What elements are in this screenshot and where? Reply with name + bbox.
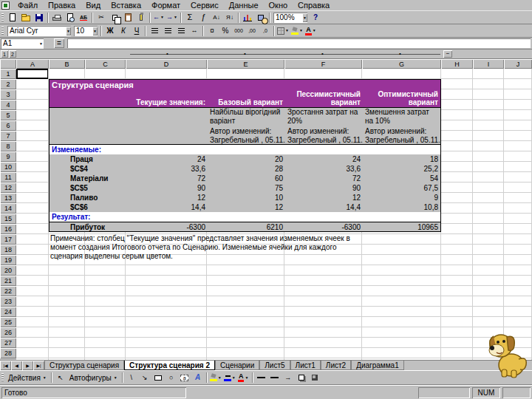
menu-item-Данные[interactable]: Данные [224, 1, 264, 10]
column-header-A[interactable]: A [16, 59, 49, 69]
sort-ascending-button[interactable]: А↓ [210, 12, 223, 24]
row-header-11[interactable]: 11 [0, 172, 16, 183]
menu-item-Вставка[interactable]: Вставка [106, 1, 146, 10]
row-header-19[interactable]: 19 [0, 255, 16, 265]
currency-button[interactable]: ¤ [205, 25, 219, 37]
menu-item-Окно[interactable]: Окно [264, 1, 293, 10]
column-header-F[interactable]: F [284, 59, 362, 69]
row-header-20[interactable]: 20 [0, 265, 16, 276]
tab-scroll-prev-button[interactable]: ◀ [11, 361, 22, 370]
print-button[interactable] [50, 12, 64, 24]
cells-area[interactable]: Структура сценария Текущие значения: Баз… [16, 69, 532, 360]
underline-button[interactable]: Ч [130, 25, 143, 37]
tab-scroll-last-button[interactable]: ▶| [33, 361, 44, 370]
percent-button[interactable]: % [219, 25, 232, 37]
redo-dropdown-icon[interactable]: ▼ [173, 16, 178, 19]
open-button[interactable] [19, 12, 33, 24]
row-header-8[interactable]: 8 [0, 141, 16, 151]
column-header-C[interactable]: C [85, 59, 126, 69]
toolbar-grip[interactable] [1, 373, 4, 382]
row-header-16[interactable]: 16 [0, 224, 16, 234]
oval-tool-button[interactable]: ○ [165, 372, 178, 383]
italic-button[interactable]: К [117, 25, 130, 37]
menu-item-Правка[interactable]: Правка [43, 1, 81, 10]
row-header-22[interactable]: 22 [0, 286, 16, 296]
select-objects-button[interactable]: ↖ [54, 372, 67, 383]
chart-wizard-button[interactable] [241, 12, 254, 24]
line-tool-button[interactable]: \ [125, 372, 138, 383]
align-left-button[interactable] [148, 25, 161, 37]
draw-font-color-button[interactable]: А▼ [237, 372, 250, 383]
undo-button[interactable]: ←▼ [152, 12, 166, 24]
font-name-combobox[interactable]: Arial Cyr▼ [7, 26, 71, 36]
row-header-23[interactable]: 23 [0, 296, 16, 307]
row-header-28[interactable]: 28 [0, 348, 16, 358]
menu-item-Справка[interactable]: Справка [293, 1, 335, 10]
draw-line-color-dropdown-icon[interactable]: ▼ [231, 376, 236, 380]
row-header-15[interactable]: 15 [0, 214, 16, 224]
zoom-dropdown-icon[interactable]: ▼ [302, 13, 307, 22]
comma-style-button[interactable]: 000 [232, 25, 245, 37]
outline-level-1-button[interactable]: 1 [1, 50, 8, 58]
wordart-button[interactable]: А [191, 372, 205, 383]
row-header-6[interactable]: 6 [0, 120, 16, 131]
column-header-B[interactable]: B [49, 59, 85, 69]
row-header-4[interactable]: 4 [0, 100, 16, 110]
sheet-tab-Сценарии[interactable]: Сценарии [215, 361, 259, 370]
borders-button[interactable]: ▼ [276, 25, 290, 37]
toolbar-grip[interactable] [1, 27, 4, 35]
autoshapes-button[interactable]: Автофигуры▼ [67, 372, 120, 383]
row-header-21[interactable]: 21 [0, 276, 16, 286]
rectangle-tool-button[interactable] [151, 372, 165, 383]
font-color-dropdown-icon[interactable]: ▼ [312, 29, 317, 33]
column-header-D[interactable]: D [126, 59, 207, 69]
threed-button[interactable] [308, 372, 321, 383]
help-button[interactable]: ? [309, 12, 322, 24]
print-preview-button[interactable] [64, 12, 77, 24]
shadow-button[interactable] [295, 372, 308, 383]
bold-button[interactable]: Ж [103, 25, 117, 37]
paste-function-button[interactable]: ƒ [197, 12, 210, 24]
column-header-J[interactable]: J [504, 59, 532, 69]
undo-dropdown-icon[interactable]: ▼ [160, 16, 165, 19]
align-center-button[interactable] [161, 25, 174, 37]
toolbar-grip[interactable] [1, 13, 4, 22]
zoom-combobox[interactable]: 100%▼ [273, 13, 307, 23]
font-size-combobox[interactable]: 10▼ [74, 26, 98, 36]
sheet-tab-Лист1[interactable]: Лист1 [290, 361, 321, 370]
name-box-dropdown-icon[interactable]: ▼ [38, 41, 44, 46]
workbook-icon[interactable] [1, 1, 10, 10]
font-color-button[interactable]: А▼ [304, 25, 318, 37]
sheet-tab-Структура сценария 2[interactable]: Структура сценария 2 [124, 361, 215, 370]
borders-dropdown-icon[interactable]: ▼ [284, 29, 290, 33]
select-all-corner[interactable] [0, 59, 16, 69]
draw-font-color-dropdown-icon[interactable]: ▼ [244, 376, 249, 380]
format-painter-button[interactable] [134, 12, 148, 24]
outline-column-dot[interactable]: • [321, 50, 324, 58]
sheet-tab-Лист2[interactable]: Лист2 [321, 361, 351, 370]
row-header-27[interactable]: 27 [0, 338, 16, 348]
arrow-tool-button[interactable]: ↘ [138, 372, 151, 383]
tab-scroll-next-button[interactable]: ▶ [22, 361, 33, 370]
name-box[interactable]: A1▼ [1, 38, 44, 49]
dash-style-button[interactable] [268, 372, 282, 383]
row-header-14[interactable]: 14 [0, 203, 16, 214]
spelling-button[interactable]: АБ [77, 12, 90, 24]
fill-color-button[interactable]: ▼ [290, 25, 304, 37]
line-style-button[interactable] [255, 372, 268, 383]
row-header-7[interactable]: 7 [0, 131, 16, 141]
column-header-E[interactable]: E [207, 59, 284, 69]
fill-dropdown-icon[interactable]: ▼ [299, 29, 304, 33]
tab-scroll-first-button[interactable]: |◀ [0, 361, 11, 370]
row-header-1[interactable]: 1 [0, 69, 16, 79]
draw-fill-dropdown-icon[interactable]: ▼ [217, 376, 222, 380]
cut-button[interactable]: ✂ [95, 12, 108, 24]
draw-actions-button[interactable]: Действия▼ [6, 372, 50, 383]
outline-column-dot[interactable]: • [244, 50, 246, 58]
text-box-button[interactable]: а [178, 372, 191, 383]
outline-collapse-button[interactable]: − [443, 50, 452, 58]
draw-fill-color-button[interactable]: ▼ [209, 372, 223, 383]
row-header-5[interactable]: 5 [0, 110, 16, 120]
row-header-13[interactable]: 13 [0, 193, 16, 203]
row-header-3[interactable]: 3 [0, 89, 16, 100]
